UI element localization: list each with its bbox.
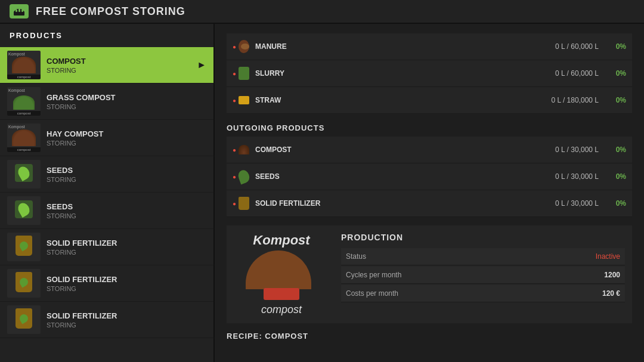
thumb-hay-compost: Kompost compost (7, 123, 41, 152)
product-row-seeds-out: ● SEEDS 0 L / 30,000 L 0% (227, 163, 632, 190)
seeds-out-amount: 0 L / 30,000 L (555, 172, 599, 181)
product-row-compost-out: ● COMPOST 0 L / 30,000 L 0% (227, 137, 632, 163)
svg-rect-1 (16, 10, 17, 12)
compost-out-label: COMPOST (255, 146, 555, 154)
item-sub-seeds-1: STORING (47, 176, 206, 183)
costs-label: Costs per month (346, 289, 602, 298)
compost-out-amount: 0 L / 30,000 L (555, 146, 599, 154)
product-row-manure: ● MANURE 0 L / 60,000 L 0% (227, 33, 632, 60)
item-text-seeds-2: SEEDS STORING (47, 202, 206, 219)
item-name-seeds-1: SEEDS (47, 166, 206, 175)
item-sub-grass-compost: STORING (47, 103, 206, 110)
seeds-out-label: SEEDS (255, 172, 555, 181)
manure-icon: ● (233, 38, 249, 55)
thumb-solid-fert-3 (7, 305, 41, 334)
item-sub-solid-fert-1: STORING (47, 249, 206, 256)
kompost-sub: compost (261, 304, 302, 316)
svg-rect-3 (21, 10, 23, 12)
sidebar-item-solid-fert-2[interactable]: SOLID FERTILIZER STORING (0, 265, 213, 302)
sidebar-item-grass-compost[interactable]: Kompost compost GRASS COMPOST STORING (0, 83, 213, 120)
cycles-label: Cycles per month (346, 271, 604, 279)
thumb-grass-compost: Kompost compost (7, 87, 41, 116)
straw-icon: ● (233, 92, 249, 109)
svg-rect-2 (18, 8, 20, 12)
solid-fert-out-amount: 0 L / 30,000 L (555, 199, 599, 208)
slurry-pct: 0% (608, 69, 626, 78)
item-name-seeds-2: SEEDS (47, 202, 206, 211)
item-name-hay-compost: HAY COMPOST (47, 129, 206, 138)
sidebar-item-seeds-1[interactable]: SEEDS STORING (0, 156, 213, 193)
prod-row-cycles: Cycles per month 1200 (341, 267, 625, 284)
item-text-solid-fert-3: SOLID FERTILIZER STORING (47, 311, 206, 329)
solid-fert-out-icon: ● (233, 195, 249, 212)
thumb-compost: Kompost compost (7, 51, 41, 79)
cycles-value: 1200 (604, 271, 620, 279)
prod-row-status: Status Inactive (341, 248, 625, 265)
straw-amount: 0 L / 180,000 L (551, 96, 599, 104)
solid-fert-out-pct: 0% (608, 199, 626, 208)
main-layout: PRODUCTS Kompost compost COMPOST STORING… (0, 24, 644, 362)
kompost-image: Kompost compost (234, 233, 329, 316)
seeds-out-icon: ● (233, 168, 249, 185)
straw-label: STRAW (255, 96, 551, 104)
sidebar-section-label: PRODUCTS (0, 31, 213, 47)
item-text-grass-compost: GRASS COMPOST STORING (47, 93, 206, 110)
production-panel: Kompost compost PRODUCTION Status Inacti… (227, 225, 632, 323)
status-value: Inactive (596, 252, 620, 261)
item-name-solid-fert-3: SOLID FERTILIZER (47, 311, 206, 320)
item-name-solid-fert-1: SOLID FERTILIZER (47, 239, 206, 247)
sidebar-item-solid-fert-1[interactable]: SOLID FERTILIZER STORING (0, 229, 213, 265)
item-name-grass-compost: GRASS COMPOST (47, 93, 206, 102)
product-row-slurry: ● SLURRY 0 L / 60,000 L 0% (227, 60, 632, 87)
thumb-seeds-1 (7, 160, 41, 188)
straw-pct: 0% (608, 96, 626, 104)
outgoing-label: OUTGOING PRODUCTS (227, 123, 324, 132)
sidebar: PRODUCTS Kompost compost COMPOST STORING… (0, 24, 215, 362)
item-text-seeds-1: SEEDS STORING (47, 166, 206, 183)
app-icon (10, 4, 29, 18)
item-sub-hay-compost: STORING (47, 140, 206, 147)
recipe-header: RECIPE: COMPOST (227, 332, 632, 341)
sidebar-item-compost-storing[interactable]: Kompost compost COMPOST STORING ► (0, 47, 213, 83)
sidebar-item-seeds-2[interactable]: SEEDS STORING (0, 193, 213, 229)
manure-pct: 0% (608, 42, 626, 51)
manure-label: MANURE (255, 42, 555, 51)
solid-fert-out-label: SOLID FERTILIZER (255, 199, 555, 208)
prod-row-costs: Costs per month 120 € (341, 285, 625, 302)
slurry-label: SLURRY (255, 69, 555, 78)
sidebar-item-solid-fert-3[interactable]: SOLID FERTILIZER STORING (0, 302, 213, 338)
top-bar: FREE COMPOST STORING (0, 0, 644, 24)
costs-value: 120 € (602, 289, 620, 298)
product-row-straw: ● STRAW 0 L / 180,000 L 0% (227, 87, 632, 114)
item-name-solid-fert-2: SOLID FERTILIZER (47, 275, 206, 284)
production-info: PRODUCTION Status Inactive Cycles per mo… (341, 233, 625, 316)
product-row-solid-fert-out: ● SOLID FERTILIZER 0 L / 30,000 L 0% (227, 190, 632, 217)
kompost-title: Kompost (253, 233, 309, 248)
arrow-icon: ► (197, 60, 206, 70)
compost-out-icon: ● (233, 141, 249, 158)
item-sub-solid-fert-3: STORING (47, 321, 206, 329)
svg-rect-0 (14, 11, 24, 16)
page-title: FREE COMPOST STORING (36, 5, 185, 18)
production-header: PRODUCTION (341, 233, 625, 242)
manure-amount: 0 L / 60,000 L (555, 42, 599, 51)
sidebar-item-hay-compost[interactable]: Kompost compost HAY COMPOST STORING (0, 120, 213, 156)
item-name-compost: COMPOST (47, 57, 192, 66)
compost-out-pct: 0% (608, 146, 626, 154)
item-text-compost: COMPOST STORING (47, 57, 192, 74)
item-text-solid-fert-1: SOLID FERTILIZER STORING (47, 239, 206, 256)
slurry-amount: 0 L / 60,000 L (555, 69, 599, 78)
content-area: ● MANURE 0 L / 60,000 L 0% ● SLURRY 0 L … (215, 24, 644, 362)
seeds-out-pct: 0% (608, 172, 626, 181)
thumb-solid-fert-2 (7, 269, 41, 298)
outgoing-header: OUTGOING PRODUCTS (227, 122, 632, 133)
slurry-icon: ● (233, 65, 249, 82)
thumb-solid-fert-1 (7, 233, 41, 261)
item-sub-seeds-2: STORING (47, 212, 206, 219)
item-sub-solid-fert-2: STORING (47, 285, 206, 292)
status-label: Status (346, 252, 596, 261)
item-sub-compost: STORING (47, 67, 192, 74)
item-text-solid-fert-2: SOLID FERTILIZER STORING (47, 275, 206, 292)
thumb-seeds-2 (7, 196, 41, 225)
item-text-hay-compost: HAY COMPOST STORING (47, 129, 206, 147)
